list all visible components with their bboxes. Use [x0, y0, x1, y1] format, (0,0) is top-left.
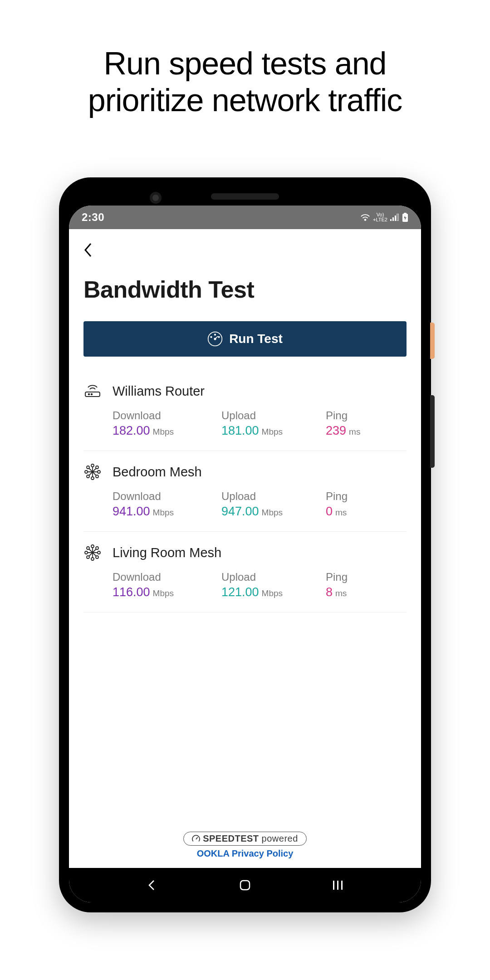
stat-value-upload: 121.00 [221, 585, 259, 599]
gauge-icon [207, 331, 223, 347]
stat-upload: Upload 947.00 Mbps [221, 490, 326, 519]
badge-brand: SPEEDTEST [203, 833, 259, 844]
stat-label-ping: Ping [326, 490, 407, 503]
svg-rect-2 [392, 217, 394, 221]
stat-download: Download 182.00 Mbps [113, 409, 221, 438]
stat-value-ping: 8 [326, 585, 333, 599]
svg-rect-31 [240, 881, 250, 890]
stat-label-ping: Ping [326, 409, 407, 422]
page-title: Bandwidth Test [83, 276, 407, 303]
footer-area: SPEEDTEST powered OOKLA Privacy Policy [83, 832, 407, 868]
device-row: Living Room Mesh Download 116.00 Mbps Up… [83, 532, 407, 612]
stat-value-download-wrap: 941.00 Mbps [113, 505, 221, 519]
app-content: Bandwidth Test Run Test Williams Router [69, 229, 421, 868]
svg-rect-34 [341, 881, 343, 890]
stat-unit-ms: ms [349, 427, 360, 437]
stat-unit-ms: ms [335, 588, 347, 598]
stats-row: Download 182.00 Mbps Upload 181.00 Mbps … [83, 409, 407, 438]
svg-point-16 [91, 477, 94, 480]
stat-label-upload: Upload [221, 409, 326, 422]
svg-rect-3 [395, 216, 396, 221]
svg-point-9 [211, 336, 212, 338]
svg-rect-32 [333, 881, 334, 890]
stat-value-ping-wrap: 0 ms [326, 505, 407, 519]
device-name: Bedroom Mesh [113, 465, 202, 480]
badge-powered: powered [262, 833, 298, 844]
stat-label-download: Download [113, 409, 221, 422]
stats-row: Download 116.00 Mbps Upload 121.00 Mbps … [83, 571, 407, 599]
svg-point-18 [98, 470, 100, 473]
status-net-text: Vo) +LTE2 [373, 212, 387, 222]
marketing-headline: Run speed tests and prioritize network t… [88, 45, 402, 118]
stat-label-download: Download [113, 571, 221, 583]
speaker-grille [211, 193, 279, 200]
device-name: Living Room Mesh [113, 545, 221, 560]
chevron-left-icon [83, 242, 93, 258]
svg-point-23 [91, 545, 94, 548]
speedtest-badge: SPEEDTEST powered [183, 832, 307, 846]
back-button[interactable] [83, 242, 102, 262]
nav-home-icon[interactable] [238, 878, 252, 892]
run-test-label: Run Test [229, 332, 283, 346]
side-button-volume [430, 395, 435, 468]
marketing-line-2: prioritize network traffic [88, 82, 402, 119]
battery-icon [402, 213, 408, 222]
svg-point-17 [85, 470, 88, 473]
run-test-button[interactable]: Run Test [83, 321, 407, 357]
stat-value-ping-wrap: 239 ms [326, 424, 407, 438]
stat-value-upload-wrap: 947.00 Mbps [221, 505, 326, 519]
wifi-icon [360, 213, 370, 221]
svg-point-15 [91, 464, 94, 467]
status-icons: Vo) +LTE2 [360, 212, 408, 222]
svg-point-10 [218, 336, 220, 338]
status-bar: 2:30 Vo) +LTE2 [69, 206, 421, 229]
svg-rect-6 [404, 213, 407, 214]
stat-download: Download 116.00 Mbps [113, 571, 221, 599]
marketing-line-1: Run speed tests and [88, 45, 402, 82]
svg-point-11 [214, 338, 216, 339]
signal-icon [390, 214, 399, 221]
svg-rect-4 [397, 214, 398, 221]
device-header: Williams Router [83, 382, 407, 400]
status-time: 2:30 [82, 211, 104, 224]
stat-unit-mbps: Mbps [262, 588, 283, 598]
nav-back-icon[interactable] [145, 878, 159, 892]
device-header: Bedroom Mesh [83, 463, 407, 481]
device-row: Bedroom Mesh Download 941.00 Mbps Upload… [83, 451, 407, 532]
stat-unit-mbps: Mbps [153, 427, 174, 437]
ookla-privacy-link[interactable]: OOKLA Privacy Policy [197, 848, 294, 859]
stat-label-upload: Upload [221, 571, 326, 583]
router-icon [83, 382, 102, 400]
svg-rect-1 [390, 219, 392, 221]
lte-text: +LTE2 [373, 217, 387, 222]
stat-value-upload-wrap: 121.00 Mbps [221, 585, 326, 599]
side-button-power [430, 323, 435, 359]
stat-value-upload-wrap: 181.00 Mbps [221, 424, 326, 438]
stat-label-download: Download [113, 490, 221, 503]
svg-point-25 [85, 551, 88, 554]
stat-value-download: 116.00 [113, 585, 150, 599]
front-camera-lens [152, 195, 159, 201]
screen: 2:30 Vo) +LTE2 [69, 206, 421, 902]
mesh-icon [83, 463, 102, 481]
svg-point-26 [98, 551, 100, 554]
stat-ping: Ping 239 ms [326, 409, 407, 438]
nav-recents-icon[interactable] [331, 878, 345, 892]
device-name: Williams Router [113, 384, 205, 399]
stat-value-download-wrap: 116.00 Mbps [113, 585, 221, 599]
stat-unit-mbps: Mbps [153, 508, 174, 518]
stat-value-ping-wrap: 8 ms [326, 585, 407, 599]
stat-ping: Ping 8 ms [326, 571, 407, 599]
stat-label-upload: Upload [221, 490, 326, 503]
stat-upload: Upload 181.00 Mbps [221, 409, 326, 438]
device-row: Williams Router Download 182.00 Mbps Upl… [83, 370, 407, 451]
stat-unit-mbps: Mbps [262, 427, 283, 437]
svg-point-8 [215, 334, 216, 335]
stat-unit-ms: ms [335, 508, 347, 518]
device-list: Williams Router Download 182.00 Mbps Upl… [83, 370, 407, 612]
stat-label-ping: Ping [326, 571, 407, 583]
phone-mockup: 2:30 Vo) +LTE2 [59, 177, 431, 912]
svg-point-14 [91, 394, 93, 395]
stats-row: Download 941.00 Mbps Upload 947.00 Mbps … [83, 490, 407, 519]
svg-point-0 [365, 219, 366, 220]
